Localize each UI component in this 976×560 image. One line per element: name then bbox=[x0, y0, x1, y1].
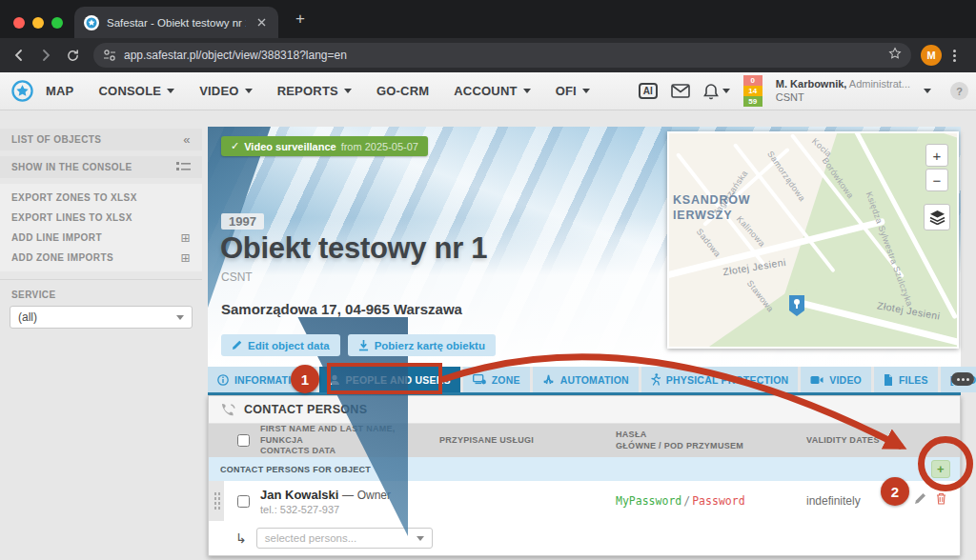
page-title: Obiekt testowy nr 1 bbox=[220, 231, 487, 266]
new-tab-button[interactable]: + bbox=[292, 11, 309, 29]
site-info-icon[interactable] bbox=[103, 49, 116, 62]
nav-item-gocrm[interactable]: GO-CRM bbox=[376, 84, 429, 98]
download-object-card-button[interactable]: Pobierz kartę obiektu bbox=[348, 334, 496, 356]
tab-automation[interactable]: AUTOMATION bbox=[533, 367, 639, 392]
tab-physical-protection[interactable]: PHYSICAL PROTECTION bbox=[641, 367, 798, 392]
nav-item-map[interactable]: MAP bbox=[46, 84, 74, 98]
service-select[interactable]: (all) bbox=[10, 306, 193, 329]
caret-down-icon bbox=[722, 89, 730, 93]
close-window-button[interactable] bbox=[13, 17, 25, 29]
maximize-window-button[interactable] bbox=[51, 17, 63, 29]
sidebar-item-list-of-objects[interactable]: LIST OF OBJECTS « bbox=[0, 129, 202, 150]
user-menu[interactable]: M. Karbownik, Administrat... CSNT bbox=[776, 78, 910, 103]
sidebar-item-export-lines[interactable]: EXPORT LINES TO XLSX bbox=[0, 208, 202, 228]
map-zoom-in-button[interactable]: + bbox=[925, 144, 948, 167]
contact-phone: tel.: 532-527-937 bbox=[260, 504, 439, 515]
safestar-favicon-icon bbox=[84, 15, 99, 30]
object-subtitle: CSNT bbox=[221, 270, 253, 284]
map-layers-button[interactable] bbox=[924, 204, 950, 230]
street-label: Stawowa bbox=[745, 278, 776, 313]
url-bar[interactable]: app.safestar.pl/object/view/388318?lang=… bbox=[93, 43, 911, 68]
notifications-bell-icon[interactable] bbox=[703, 83, 730, 100]
nav-item-ofi[interactable]: OFI bbox=[556, 84, 590, 98]
safestar-logo-icon[interactable] bbox=[11, 80, 33, 102]
street-label: Sadowa bbox=[695, 227, 722, 259]
contact-persons-card: CONTACT PERSONS FIRST NAME AND LAST NAME… bbox=[208, 395, 961, 556]
edit-object-button[interactable]: Edit object data bbox=[221, 334, 340, 356]
plus-box-icon[interactable]: ⊞ bbox=[181, 231, 191, 245]
phone-icon bbox=[220, 403, 236, 417]
close-tab-icon[interactable] bbox=[254, 15, 269, 30]
more-tabs-button[interactable] bbox=[951, 372, 974, 386]
console-list-icon bbox=[176, 162, 191, 172]
map-zoom-out-button[interactable]: − bbox=[925, 169, 948, 191]
nav-item-video[interactable]: VIDEO bbox=[199, 84, 252, 98]
browser-menu-icon[interactable] bbox=[946, 45, 963, 66]
main-content: ✓ Video surveillance from 2025-05-07 199… bbox=[208, 127, 961, 560]
alarm-counters-badge[interactable]: 0 14 59 bbox=[743, 75, 762, 107]
contact-person-row: Jan Kowalski — Owner tel.: 532-527-937 M… bbox=[209, 481, 960, 521]
drag-handle[interactable] bbox=[209, 481, 224, 521]
caret-down-icon bbox=[344, 89, 352, 93]
delete-trash-icon[interactable] bbox=[936, 492, 946, 505]
sidebar-item-show-in-console[interactable]: SHOW IN THE CONSOLE bbox=[0, 156, 202, 178]
forward-icon[interactable] bbox=[32, 42, 59, 69]
sidebar-item-add-line-import[interactable]: ADD LINE IMPORT ⊞ bbox=[0, 228, 202, 248]
nav-item-console[interactable]: CONSOLE bbox=[99, 84, 175, 98]
plus-box-icon[interactable]: ⊞ bbox=[181, 251, 191, 265]
caret-down-icon bbox=[245, 89, 253, 93]
window-controls[interactable] bbox=[13, 17, 63, 29]
tab-video[interactable]: VIDEO bbox=[801, 367, 871, 392]
nav-item-reports[interactable]: REPORTS bbox=[277, 84, 352, 98]
bookmark-star-icon[interactable] bbox=[888, 47, 902, 64]
file-icon bbox=[884, 374, 893, 386]
add-contact-person-button[interactable]: + bbox=[931, 460, 950, 478]
contact-group-row: CONTACT PERSONS FOR OBJECT + bbox=[209, 457, 960, 481]
object-year-chip: 1997 bbox=[221, 213, 264, 230]
collapse-icon[interactable]: « bbox=[183, 132, 191, 147]
ai-icon[interactable]: AI bbox=[639, 83, 658, 99]
url-text[interactable]: app.safestar.pl/object/view/388318?lang=… bbox=[124, 49, 881, 62]
browser-toolbar: app.safestar.pl/object/view/388318?lang=… bbox=[0, 38, 976, 72]
sidebar: LIST OF OBJECTS « SHOW IN THE CONSOLE EX… bbox=[0, 129, 202, 330]
caret-down-icon bbox=[417, 536, 424, 541]
tab-title: Safestar - Obiekt testowy nr 1 bbox=[107, 17, 246, 29]
running-person-icon bbox=[651, 373, 661, 386]
tab-zone[interactable]: ZONE bbox=[463, 367, 530, 392]
check-icon: ✓ bbox=[231, 140, 239, 152]
automation-icon bbox=[542, 374, 555, 386]
password-cell: MyPassword/Password bbox=[616, 494, 806, 508]
screenshot-stage: Safestar - Obiekt testowy nr 1 + app.saf… bbox=[0, 0, 976, 560]
edit-pencil-icon[interactable] bbox=[914, 492, 926, 505]
reload-icon[interactable] bbox=[59, 42, 86, 69]
minimize-window-button[interactable] bbox=[32, 17, 44, 29]
video-camera-icon bbox=[810, 375, 824, 385]
nav-item-account[interactable]: ACCOUNT bbox=[454, 84, 530, 98]
help-button[interactable]: ? bbox=[950, 82, 968, 100]
caret-down-icon bbox=[167, 89, 174, 93]
location-map[interactable]: Zagórzańska Samorządowa Kocia Borówkowa … bbox=[667, 131, 959, 349]
branch-arrow-icon: ↳ bbox=[235, 530, 247, 546]
caret-down-icon[interactable] bbox=[924, 89, 931, 93]
district-label: KSANDRÓWIERWSZY bbox=[673, 192, 750, 224]
tab-files[interactable]: FILES bbox=[874, 367, 938, 392]
drag-dots-icon bbox=[214, 491, 220, 510]
sidebar-item-export-zones[interactable]: EXPORT ZONES TO XLSX bbox=[0, 188, 202, 208]
row-checkbox[interactable] bbox=[237, 495, 250, 508]
map-pin-icon[interactable] bbox=[787, 293, 806, 318]
object-header: ✓ Video surveillance from 2025-05-07 199… bbox=[208, 127, 961, 367]
sidebar-item-add-zone-imports[interactable]: ADD ZONE IMPORTS ⊞ bbox=[0, 248, 202, 268]
back-icon[interactable] bbox=[6, 42, 32, 69]
video-surveillance-badge: ✓ Video surveillance from 2025-05-07 bbox=[221, 136, 428, 156]
layers-icon bbox=[929, 210, 946, 225]
street-label: Kocia bbox=[810, 136, 834, 159]
zone-icon bbox=[473, 374, 486, 385]
browser-profile-avatar[interactable]: M bbox=[921, 45, 942, 66]
mail-icon[interactable] bbox=[671, 84, 690, 98]
browser-tabstrip: Safestar - Obiekt testowy nr 1 + bbox=[0, 0, 976, 38]
tab-information[interactable]: INFORMATION bbox=[208, 367, 316, 392]
browser-tab[interactable]: Safestar - Obiekt testowy nr 1 bbox=[74, 7, 278, 38]
caret-down-icon bbox=[176, 315, 184, 320]
select-all-checkbox[interactable] bbox=[237, 434, 250, 447]
pencil-icon bbox=[232, 340, 242, 350]
